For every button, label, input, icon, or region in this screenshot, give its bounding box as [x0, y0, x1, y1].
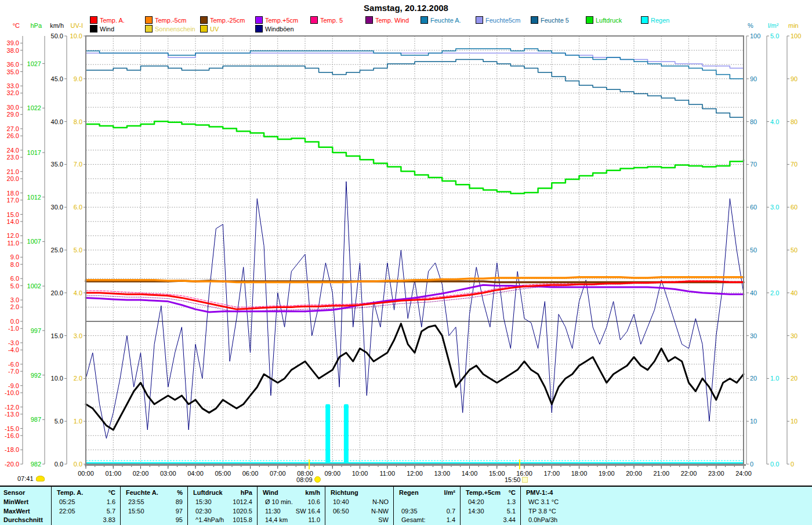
axis-tick-label: 0.0 [10, 318, 19, 325]
axis-tick-label: 6.0 [74, 204, 82, 211]
axis-hpa: 102710221017101210071002997992987982 [27, 36, 45, 468]
axis-tick-label: 90 [750, 75, 757, 82]
axis-tick-label: 9.0 [10, 254, 19, 260]
table-value-time: 0.0hPa/3h [528, 516, 557, 524]
axis-tick-label: 997 [31, 327, 41, 334]
table-column-unit: °C [446, 488, 516, 497]
axis-tick-label: -18.0 [5, 446, 19, 453]
table-row-header: Durchschnitt [3, 516, 43, 524]
axis-tick-label: 20.0 [7, 175, 19, 182]
axis-tick-label: 29.0 [7, 111, 19, 118]
table-column-title: Richtung [331, 488, 358, 497]
table-value: 89 [113, 498, 183, 506]
axis-tick-label: 4.0 [74, 289, 82, 296]
table-row-header: Sensor [3, 488, 25, 497]
sunrise-time-label: 08:09 [296, 476, 313, 483]
axis-tick-label: 30 [750, 332, 757, 339]
axis-tick-label: -12.0 [5, 404, 19, 411]
axis-tick-label: 20 [791, 375, 798, 382]
axis-tick-label: 982 [31, 461, 41, 468]
x-tick-label: 06:00 [242, 470, 259, 477]
axis-tick-label: 1022 [27, 104, 41, 111]
x-tick-label: 14:00 [462, 470, 478, 477]
axis-tick-label: -10.0 [5, 389, 19, 396]
table-value: 5.7 [46, 507, 115, 515]
axis-tick-label: -1.0 [8, 325, 19, 332]
corner-time-label: 07:41 [17, 475, 34, 482]
axis-tick-label: -4.0 [8, 346, 19, 353]
axis-tick-label: 40.0 [51, 118, 63, 125]
table-column-divider [520, 487, 521, 525]
axis-tick-label: 1007 [27, 238, 41, 245]
table-value: 97 [113, 507, 183, 515]
axis-tick-label: 992 [31, 372, 41, 379]
x-tick-label: 15:00 [489, 470, 505, 477]
table-row-header: MaxWert [3, 507, 30, 515]
axis-tick-label: 2.0 [10, 303, 19, 310]
rain-bar [344, 404, 349, 464]
sunset-marker-label: 15:50 [505, 476, 528, 483]
axis-tick-label: 0 [750, 461, 753, 468]
axis-tick-label: 4.0 [770, 118, 779, 125]
axis-tick-label: 7.0 [74, 161, 82, 168]
axis-tick-label: 21.0 [7, 168, 19, 175]
x-tick-label: 19:00 [599, 470, 615, 477]
x-tick-label: 09:00 [324, 470, 340, 477]
axis-tick-label: 1017 [27, 149, 41, 156]
table-value: 1.3 [446, 498, 516, 506]
axis-tick-label: 1027 [27, 60, 41, 67]
axis-tick-label: 5.0 [770, 32, 779, 39]
axis-tick-label: 60 [791, 204, 798, 211]
x-tick-label: 17:00 [543, 470, 560, 477]
axis-tick-label: 0 [791, 461, 794, 468]
x-tick-label: 00:00 [78, 470, 94, 477]
axis-tick-label: 100 [791, 32, 801, 39]
axis-tick-label: 100 [750, 32, 760, 39]
x-tick-label: 18:00 [571, 470, 588, 477]
x-tick-label: 01:00 [105, 470, 121, 477]
table-value: 1.4 [386, 516, 455, 524]
x-tick-label: 13:00 [434, 470, 450, 477]
axis-tick-label: 11.0 [7, 240, 19, 247]
axis-tick-label: 27.0 [7, 125, 19, 132]
axis-tick-label: 10 [791, 418, 798, 425]
x-tick-label: 10:00 [352, 470, 368, 477]
sunrise-sun-icon [314, 476, 321, 483]
axis-tick-label: 20 [750, 375, 757, 382]
axis-tick-label: 36.0 [7, 61, 19, 68]
x-tick-label: 24:00 [735, 470, 752, 477]
x-tick-label: 07:00 [270, 470, 286, 477]
axis-tick-label: 2.0 [770, 289, 779, 296]
axis-tick-label: 30.0 [7, 104, 19, 111]
table-value: 0.7 [386, 507, 455, 515]
axis-tick-label: 30 [791, 332, 798, 339]
x-tick-label: 02:00 [133, 470, 149, 477]
axis-tick-label: 5.0 [55, 418, 63, 425]
axis-min: 1009080706050403020100 [787, 32, 801, 468]
axis-tick-label: 15.0 [51, 332, 63, 339]
axis-pct: 1009080706050403020100 [746, 32, 760, 468]
x-tick-label: 04:00 [187, 470, 204, 477]
axis-tick-label: -15.0 [5, 425, 19, 432]
axis-uvi: 10.09.08.07.06.05.04.03.02.01.00.0 [70, 32, 86, 468]
axis-tick-label: 45.0 [51, 75, 63, 82]
table-value: 5.1 [446, 507, 516, 515]
table-column-title: PMV-1:-4 [526, 488, 553, 497]
axis-tick-label: 10.0 [70, 32, 82, 39]
table-column-unit: km/h [251, 488, 320, 497]
axis-tick-label: 8.0 [10, 261, 19, 268]
series-wind [86, 324, 744, 430]
table-value: 95 [113, 516, 183, 524]
table-column-unit: °C [46, 488, 115, 497]
table-value: 1.6 [46, 498, 115, 506]
axis-tick-label: 6.0 [10, 275, 19, 282]
table-value: SW 16.4 [251, 507, 320, 515]
axis-tick-label: 38.0 [7, 47, 19, 54]
x-tick-label: 21:00 [653, 470, 669, 477]
axis-tick-label: 1.0 [74, 418, 82, 425]
axis-tick-label: 90 [791, 75, 798, 82]
axis-tick-label: 50 [750, 247, 757, 254]
axis-tick-label: -7.0 [8, 368, 19, 375]
axis-tick-label: 60 [750, 204, 757, 211]
axis-tick-label: 35.0 [51, 161, 63, 168]
